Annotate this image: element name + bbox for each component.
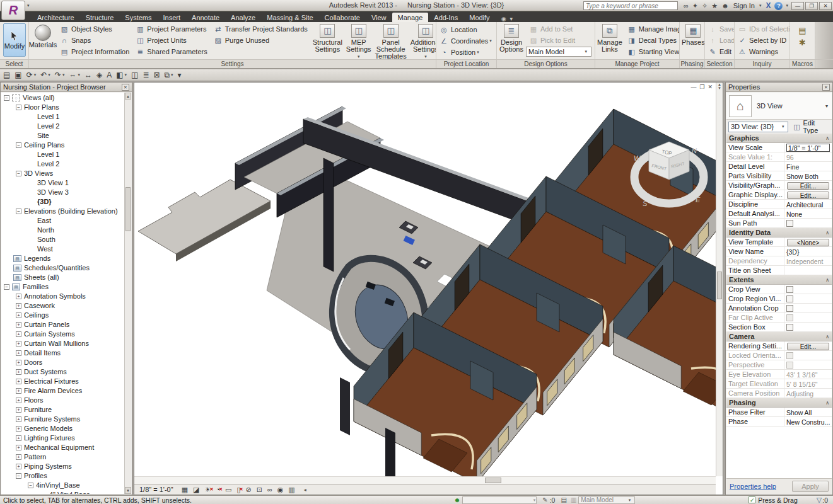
view-close-icon[interactable]: ✕: [708, 84, 713, 90]
help-drop-icon[interactable]: ▾: [786, 3, 788, 8]
browser-scrollbar[interactable]: ▲ ▼: [124, 93, 131, 494]
tab-manage[interactable]: Manage: [392, 13, 429, 22]
tree-item-curtain-systems[interactable]: +Curtain Systems: [1, 329, 124, 338]
collapse-chevron-icon[interactable]: ∧: [825, 230, 829, 236]
panel-footer-inquiry[interactable]: Inquiry: [735, 60, 790, 68]
scale-button[interactable]: 1/8" = 1'-0": [139, 486, 173, 493]
tree-item-fire-alarm-devices[interactable]: +Fire Alarm Devices: [1, 386, 124, 395]
redo-icon[interactable]: ↷▾: [55, 71, 65, 79]
thin-lines-icon[interactable]: ≣: [143, 71, 149, 79]
manage-images-button[interactable]: ▦Manage Images: [624, 23, 680, 35]
section-header-phasing[interactable]: Phasing∧: [726, 398, 832, 408]
expand-icon[interactable]: +: [16, 369, 21, 375]
worksharing-display-icon[interactable]: ▥: [288, 485, 294, 494]
tree-item-duct-systems[interactable]: +Duct Systems: [1, 367, 124, 376]
open-icon[interactable]: ▤: [3, 71, 10, 79]
tree-item-pattern[interactable]: +Pattern: [1, 452, 124, 461]
tree-item-4invinyl-base[interactable]: −4inVinyl_Base: [1, 480, 124, 490]
application-menu-drop-icon[interactable]: ▾: [27, 3, 30, 8]
materials-button[interactable]: Materials: [29, 22, 57, 59]
tree-item-curtain-wall-mullions[interactable]: +Curtain Wall Mullions: [1, 338, 124, 348]
unlocked-view-icon[interactable]: ⊘: [245, 485, 251, 494]
collapse-icon[interactable]: −: [16, 142, 21, 148]
view-minimize-icon[interactable]: —: [690, 84, 696, 90]
subscription-key-icon[interactable]: ✦: [692, 2, 698, 9]
tree-item-3d[interactable]: {3D}: [1, 197, 124, 206]
scrollbar-thumb[interactable]: [717, 272, 722, 299]
sign-in-button[interactable]: Sign In: [733, 2, 755, 9]
project-parameters-button[interactable]: ▥Project Parameters: [132, 23, 210, 35]
close-button[interactable]: ✕: [819, 2, 832, 10]
editing-requests-icon[interactable]: ☻: [454, 496, 461, 503]
active-design-option-select[interactable]: Main Model ▾: [526, 47, 591, 57]
expand-icon[interactable]: +: [16, 454, 21, 460]
tree-item-views-all[interactable]: −◌Views (all): [1, 93, 124, 102]
collapse-icon[interactable]: −: [16, 171, 21, 176]
panel-footer-manage-project[interactable]: Manage Project: [595, 60, 680, 68]
object-styles-button[interactable]: ▧Object Styles: [57, 23, 132, 35]
edit-button[interactable]: ✎Edit: [705, 46, 734, 57]
shadows-off-icon[interactable]: ◔✕: [216, 485, 220, 494]
help-icon[interactable]: ?: [774, 2, 783, 10]
tree-item-electrical-fixtures[interactable]: +Electrical Fixtures: [1, 376, 124, 386]
tree-item-south[interactable]: South: [1, 234, 124, 244]
warnings-button[interactable]: ⚠Warnings: [735, 46, 789, 57]
chevron-down-icon[interactable]: ▾: [825, 103, 828, 109]
graphic-display-button[interactable]: Edit...: [787, 192, 829, 199]
crop-view-icon[interactable]: ▭: [225, 485, 231, 494]
crop-region-hidden-icon[interactable]: ▯✕: [236, 485, 240, 494]
collapse-icon[interactable]: −: [4, 95, 9, 101]
shared-parameters-button[interactable]: ≣Shared Parameters: [132, 46, 210, 57]
detail-level-icon[interactable]: ▦: [182, 485, 188, 494]
expand-icon[interactable]: +: [16, 426, 21, 432]
tab-systems[interactable]: Systems: [119, 13, 157, 22]
application-menu-button[interactable]: R: [1, 1, 25, 20]
tree-item-3d-view-3[interactable]: 3D View 3: [1, 187, 124, 197]
expand-icon[interactable]: +: [16, 322, 21, 328]
expand-icon[interactable]: +: [16, 388, 21, 394]
switch-windows-icon[interactable]: ⧉▾: [165, 71, 173, 79]
collapse-chevron-icon[interactable]: ∧: [825, 135, 829, 141]
close-icon[interactable]: ✕: [122, 84, 129, 91]
tree-item-curtain-panels[interactable]: +Curtain Panels: [1, 319, 124, 329]
search-input[interactable]: [583, 1, 678, 10]
position-button[interactable]: ◔Position▾: [436, 47, 496, 58]
synchronize-icon[interactable]: ⟳▾: [26, 71, 37, 79]
panel-footer-macros[interactable]: Macros: [790, 60, 815, 68]
tree-item-ceilings[interactable]: +Ceilings: [1, 310, 124, 319]
tree-item-annotation-symbols[interactable]: +Annotation Symbols: [1, 291, 124, 301]
scroll-down-icon[interactable]: ▼: [125, 487, 131, 494]
reveal-hidden-elements-icon[interactable]: ◉: [277, 485, 284, 494]
minimize-button[interactable]: —: [791, 2, 804, 10]
expand-icon[interactable]: +: [16, 341, 21, 346]
panel-footer-settings[interactable]: Settings: [29, 60, 436, 68]
scrollbar-thumb[interactable]: [485, 478, 501, 483]
type-selector[interactable]: ⌂ 3D View ▾: [726, 93, 832, 120]
tree-item-east[interactable]: East: [1, 215, 124, 225]
tree-item-3d-view-1[interactable]: 3D View 1: [1, 178, 124, 187]
tab-insert[interactable]: Insert: [158, 13, 187, 22]
visual-style-icon[interactable]: ◪: [193, 485, 199, 494]
properties-help-link[interactable]: Properties help: [730, 483, 776, 490]
collapse-icon[interactable]: −: [16, 209, 21, 214]
tree-item-west[interactable]: West: [1, 244, 124, 253]
temporary-hide-isolate-icon[interactable]: ∞: [267, 485, 272, 494]
panel-footer-select[interactable]: Select: [0, 60, 29, 68]
mep-settings-button[interactable]: ◫MEP Settings▾: [344, 22, 373, 59]
project-information-button[interactable]: ▤Project Information: [57, 46, 132, 57]
measure-icon[interactable]: ⇔▾: [69, 71, 80, 79]
tab-massing-site[interactable]: Massing & Site: [261, 13, 318, 22]
structural-settings-button[interactable]: ◫Structural Settings: [311, 22, 344, 59]
expand-icon[interactable]: +: [16, 294, 21, 299]
default-3d-view-icon[interactable]: ◧▾: [116, 71, 127, 79]
communication-center-icon[interactable]: ✧: [702, 2, 708, 9]
drawing-area[interactable]: W N S E TOP FRONT RIGHT —❐✕ ▲ ▼ 1/8" = 1…: [134, 82, 723, 495]
panel-footer-phasing[interactable]: Phasing: [680, 60, 705, 68]
panel-footer-project-location[interactable]: Project Location: [436, 60, 497, 68]
tree-item-elevations-building-elevation[interactable]: −Elevations (Building Elevation): [1, 206, 124, 215]
checkbox-checked-icon[interactable]: ✓: [749, 496, 755, 503]
expand-icon[interactable]: +: [16, 435, 21, 441]
properties-titlebar[interactable]: Properties ✕: [726, 83, 832, 92]
collapse-icon[interactable]: −: [4, 284, 9, 290]
selection-filter[interactable]: ▽ :0: [817, 496, 828, 504]
